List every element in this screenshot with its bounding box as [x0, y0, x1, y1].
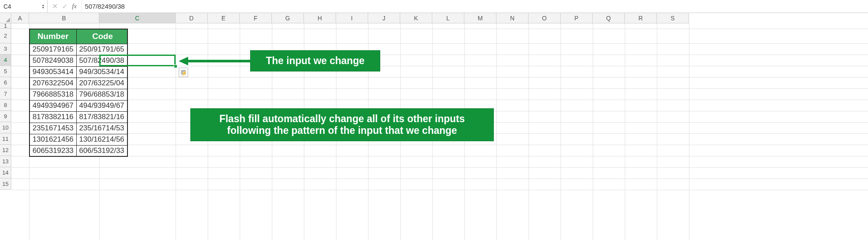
col-header-O[interactable]: O — [529, 13, 561, 23]
cell-B5[interactable]: 9493053414 — [29, 66, 76, 78]
callout-text: The input we change — [266, 55, 364, 66]
svg-marker-1 — [179, 57, 188, 65]
col-header-Q[interactable]: Q — [593, 13, 625, 23]
col-header-A[interactable]: A — [11, 13, 29, 23]
col-header-I[interactable]: I — [336, 13, 368, 23]
cell-B4[interactable]: 5078249038 — [29, 55, 76, 66]
cell-B9[interactable]: 8178382116 — [29, 111, 76, 123]
table-row: 1301621456130/16214/56 — [29, 134, 127, 145]
arrow-icon — [178, 56, 251, 66]
row-header-12[interactable]: 12 — [0, 145, 11, 156]
name-box-container: ▲ ▼ — [0, 0, 48, 13]
cell-C9[interactable]: 817/83821/16 — [76, 111, 127, 123]
cell-B7[interactable]: 7966885318 — [29, 89, 76, 100]
cancel-icon[interactable]: ✕ — [52, 2, 58, 10]
table-row: 5078249038507/82490/38 — [29, 55, 127, 66]
select-all-button[interactable] — [0, 13, 11, 23]
row-header-6[interactable]: 6 — [0, 77, 11, 88]
name-box-spinner[interactable]: ▲ ▼ — [41, 4, 46, 9]
cell-C4[interactable]: 507/82490/38 — [76, 55, 127, 66]
cell-C12[interactable]: 606/53192/33 — [76, 145, 127, 156]
col-header-H[interactable]: H — [304, 13, 336, 23]
table-header-number[interactable]: Number — [29, 29, 76, 44]
cell-B8[interactable]: 4949394967 — [29, 100, 76, 111]
col-header-C[interactable]: C — [99, 13, 176, 23]
cell-B10[interactable]: 2351671453 — [29, 123, 76, 134]
row-header-10[interactable]: 10 — [0, 122, 11, 133]
cell-C6[interactable]: 207/63225/04 — [76, 78, 127, 89]
fill-handle[interactable] — [174, 65, 177, 68]
table-row: 2509179165250/91791/65 — [29, 44, 127, 55]
cell-C8[interactable]: 494/93949/67 — [76, 100, 127, 111]
column-headers: A B C D E F G H I J K L M N O P Q R S — [11, 13, 689, 23]
table-row: 4949394967494/93949/67 — [29, 100, 127, 111]
formula-bar-controls: ✕ ✓ fx — [48, 0, 82, 13]
cell-B3[interactable]: 2509179165 — [29, 44, 76, 55]
col-header-K[interactable]: K — [400, 13, 432, 23]
cell-B12[interactable]: 6065319233 — [29, 145, 76, 156]
table-row: 8178382116817/83821/16 — [29, 111, 127, 123]
col-header-R[interactable]: R — [625, 13, 657, 23]
spreadsheet-grid: A B C D E F G H I J K L M N O P Q R S 1 … — [0, 13, 868, 240]
col-header-N[interactable]: N — [496, 13, 529, 23]
col-header-E[interactable]: E — [208, 13, 240, 23]
col-header-P[interactable]: P — [561, 13, 593, 23]
row-header-9[interactable]: 9 — [0, 111, 11, 122]
row-header-13[interactable]: 13 — [0, 156, 11, 167]
data-table: Number Code 2509179165250/91791/65 50782… — [29, 29, 128, 157]
callout-text-line2: following the pattern of the input that … — [199, 125, 485, 136]
col-header-L[interactable]: L — [432, 13, 464, 23]
lightning-icon: ⚡ — [181, 71, 187, 76]
cell-C10[interactable]: 235/16714/53 — [76, 123, 127, 134]
row-header-1[interactable]: 1 — [0, 23, 11, 29]
table-row: 9493053414949/30534/14 — [29, 66, 127, 78]
row-header-8[interactable]: 8 — [0, 100, 11, 111]
table-header-code[interactable]: Code — [76, 29, 127, 44]
row-header-7[interactable]: 7 — [0, 88, 11, 100]
spinner-down-icon[interactable]: ▼ — [41, 6, 46, 9]
cell-B11[interactable]: 1301621456 — [29, 134, 76, 145]
cell-C3[interactable]: 250/91791/65 — [76, 44, 127, 55]
callout-flashfill-explain: Flash fill automatically change all of i… — [190, 108, 494, 141]
table-row: 2076322504207/63225/04 — [29, 78, 127, 89]
flash-fill-options-button[interactable]: ⚡ — [179, 68, 188, 77]
callout-input-change: The input we change — [250, 50, 380, 71]
grid-icon: ⚡ — [181, 70, 186, 75]
table-row: 6065319233606/53192/33 — [29, 145, 127, 156]
col-header-D[interactable]: D — [176, 13, 208, 23]
col-header-F[interactable]: F — [240, 13, 272, 23]
table-row: 2351671453235/16714/53 — [29, 123, 127, 134]
table-row: 7966885318796/68853/18 — [29, 89, 127, 100]
row-header-11[interactable]: 11 — [0, 133, 11, 145]
col-header-G[interactable]: G — [272, 13, 304, 23]
row-header-3[interactable]: 3 — [0, 43, 11, 55]
col-header-M[interactable]: M — [464, 13, 496, 23]
row-header-14[interactable]: 14 — [0, 167, 11, 178]
cell-B6[interactable]: 2076322504 — [29, 78, 76, 89]
row-header-4[interactable]: 4 — [0, 55, 11, 66]
col-header-B[interactable]: B — [29, 13, 99, 23]
row-header-5[interactable]: 5 — [0, 66, 11, 77]
name-box[interactable] — [2, 2, 28, 11]
col-header-J[interactable]: J — [368, 13, 400, 23]
cell-C5[interactable]: 949/30534/14 — [76, 66, 127, 78]
row-header-15[interactable]: 15 — [0, 178, 11, 190]
row-headers: 1 2 3 4 5 6 7 8 9 10 11 12 13 14 15 — [0, 23, 11, 190]
callout-text-line1: Flash fill automatically change all of i… — [199, 113, 485, 125]
col-header-S[interactable]: S — [657, 13, 689, 23]
fx-icon[interactable]: fx — [72, 3, 77, 10]
confirm-icon[interactable]: ✓ — [62, 2, 68, 10]
formula-input[interactable] — [82, 0, 868, 13]
row-header-2[interactable]: 2 — [0, 29, 11, 43]
cell-C7[interactable]: 796/68853/18 — [76, 89, 127, 100]
cell-C11[interactable]: 130/16214/56 — [76, 134, 127, 145]
formula-bar: ▲ ▼ ✕ ✓ fx — [0, 0, 868, 13]
